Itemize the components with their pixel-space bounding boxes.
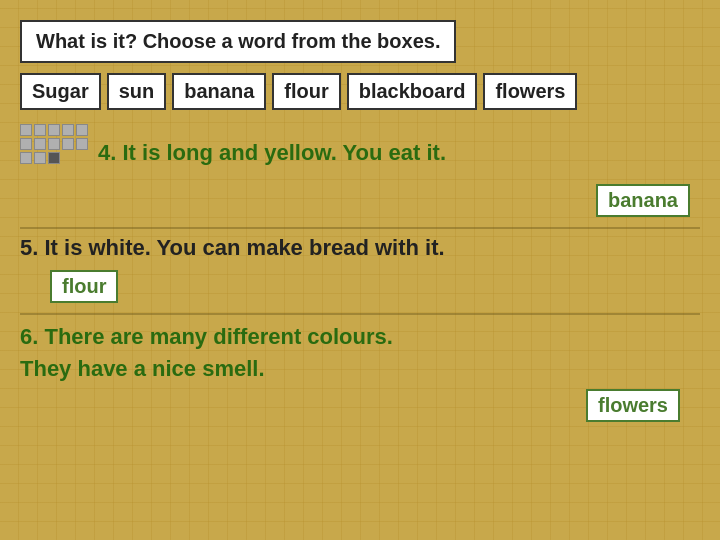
- item-4-answer-row: banana: [20, 184, 700, 217]
- title-box: What is it? Choose a word from the boxes…: [20, 20, 456, 63]
- divider-1: [20, 227, 700, 229]
- item-6-answer-row: flowers: [20, 387, 700, 422]
- answer-banana: banana: [596, 184, 690, 217]
- item-6-section: 6. There are many different colours. The…: [20, 321, 700, 422]
- word-box-flowers[interactable]: flowers: [483, 73, 577, 110]
- title-text: What is it? Choose a word from the boxes…: [36, 30, 440, 52]
- word-boxes-row: Sugar sun banana flour blackboard flower…: [20, 73, 700, 110]
- item-4-section: 4. It is long and yellow. You eat it. ba…: [20, 124, 700, 217]
- item-4-text: 4. It is long and yellow. You eat it.: [98, 140, 446, 165]
- word-box-flour[interactable]: flour: [272, 73, 340, 110]
- item-5-text: 5. It is white. You can make bread with …: [20, 235, 445, 260]
- item-4-text-block: 4. It is long and yellow. You eat it.: [98, 138, 700, 169]
- word-box-blackboard[interactable]: blackboard: [347, 73, 478, 110]
- item-5-section: 5. It is white. You can make bread with …: [20, 233, 700, 303]
- item-6-line2: They have a nice smell.: [20, 353, 700, 385]
- answer-flowers: flowers: [586, 389, 680, 422]
- item-4-decoration: [20, 124, 92, 182]
- answer-flour: flour: [50, 270, 118, 303]
- word-box-sugar[interactable]: Sugar: [20, 73, 101, 110]
- item-5-answer-row: flour: [20, 268, 700, 303]
- main-container: What is it? Choose a word from the boxes…: [10, 10, 710, 530]
- word-box-banana[interactable]: banana: [172, 73, 266, 110]
- word-box-sun[interactable]: sun: [107, 73, 167, 110]
- item-4-row: 4. It is long and yellow. You eat it.: [20, 124, 700, 182]
- item-6-line1: 6. There are many different colours.: [20, 321, 700, 353]
- divider-2: [20, 313, 700, 315]
